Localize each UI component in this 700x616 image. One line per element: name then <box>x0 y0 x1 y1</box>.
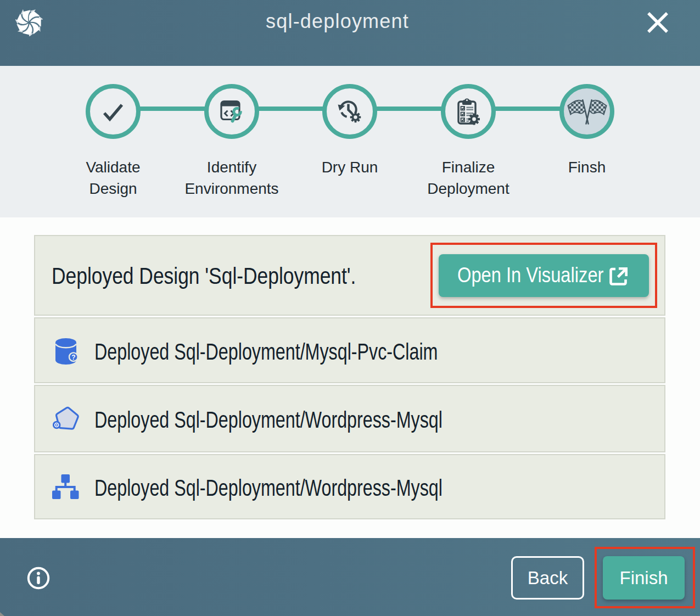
svg-text:?: ? <box>71 354 75 361</box>
